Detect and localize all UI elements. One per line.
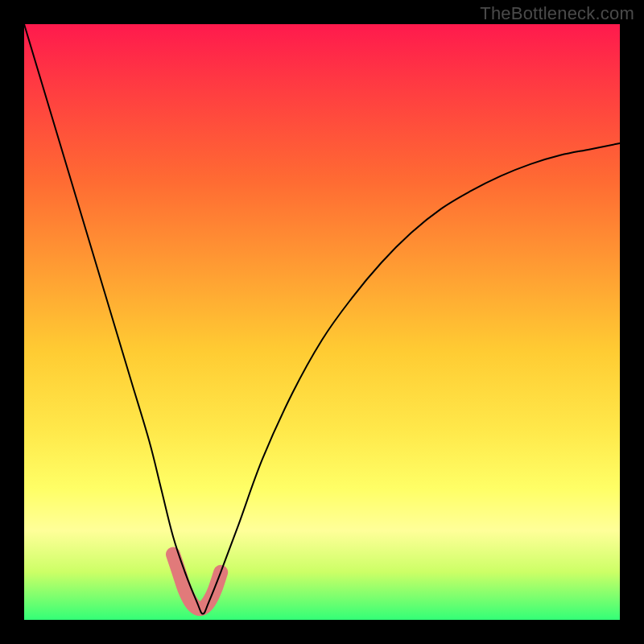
bottleneck-curve [24,24,620,614]
plot-area [24,24,620,620]
chart-frame: TheBottleneck.com [0,0,644,644]
curve-layer [24,24,620,620]
watermark-text: TheBottleneck.com [480,3,634,24]
